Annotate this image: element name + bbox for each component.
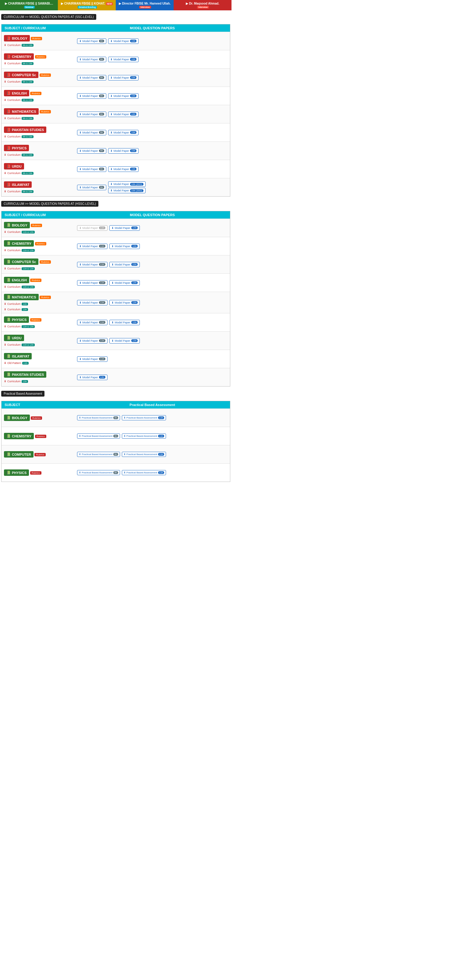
curriculum-link-physics-hssc[interactable]: ⬇ Curriculum 11th & 12th — [4, 325, 35, 328]
curriculum-link-chemistry-hssc[interactable]: ⬇ Curriculum 11th & 12th — [4, 249, 35, 252]
curriculum-link-computer-hssc[interactable]: ⬇ Curriculum 11th & 12th — [4, 267, 35, 270]
rubrics-badge-math-hssc[interactable]: Rubrics — [40, 296, 51, 299]
rubrics-badge-biology-hssc[interactable]: Rubrics — [31, 224, 42, 227]
paper-btn-9th[interactable]: ⬇ Model Paper 9th — [77, 130, 106, 135]
subject-button-pakstudies-hssc[interactable]: 📗 PAKISTAN STUDIES — [4, 371, 46, 378]
paper-btn-10th[interactable]: ⬇ Model Paper 10th — [108, 93, 139, 99]
curriculum-link-pakstudies-hssc[interactable]: ⬇ Curriculum 12th — [4, 380, 28, 383]
curriculum-link-math[interactable]: ⬇ Curriculum 9th & 10th — [4, 117, 33, 120]
subject-button-biology-hssc[interactable]: 📗 BIOLOGY — [4, 222, 30, 228]
subject-button-computer-pba[interactable]: 📗 COMPUTER — [4, 451, 33, 458]
paper-btn-10th-2002[interactable]: ⬇ Model Paper 10th (2002) — [108, 188, 145, 193]
pba-btn-9th[interactable]: ⬇ Practical Based Assessment 9th — [77, 415, 120, 420]
subject-button-chemistry[interactable]: 📕 CHEMISTRY — [4, 53, 34, 60]
curriculum-link-physics[interactable]: ⬇ Curriculum 9th & 10th — [4, 153, 33, 156]
subject-button-pakstudies[interactable]: 📕 PAKISTAN STUDIES — [4, 127, 46, 133]
paper-btn-12th[interactable]: ⬇ Model Paper 12th — [77, 375, 108, 380]
paper-btn-12th[interactable]: ⬇ Model Paper 12th — [109, 280, 140, 286]
paper-btn-12th[interactable]: ⬇ Model Paper 12th — [109, 225, 140, 231]
subject-button-computer-hssc[interactable]: 📗 COMPUTER Sc — [4, 258, 38, 265]
subject-button-chemistry-hssc[interactable]: 📗 CHEMISTRY — [4, 240, 34, 247]
subject-button-math[interactable]: 📕 MATHEMATICS — [4, 108, 39, 115]
paper-btn-9th[interactable]: ⬇ Model Paper 9th — [77, 111, 106, 117]
paper-btn-12th[interactable]: ⬇ Model Paper 12th — [109, 338, 140, 344]
rubrics-badge-computer-pba[interactable]: Rubrics — [35, 453, 46, 456]
paper-btn-12th[interactable]: ⬇ Model Paper 12th — [109, 262, 140, 267]
paper-btn-11th[interactable]: ⬇ Model Paper 11th — [77, 243, 108, 249]
subject-button-physics-hssc[interactable]: 📗 PHYSICS — [4, 317, 29, 323]
paper-btn-10th[interactable]: ⬇ Model Paper 10th — [108, 75, 139, 81]
paper-btn-9th[interactable]: ⬇ Model Paper 9th — [77, 93, 106, 99]
paper-btn-9th[interactable]: ⬇ Model Paper 9th — [77, 75, 106, 81]
subject-button-urdu-hssc[interactable]: 📗 URDU — [4, 335, 24, 341]
subject-button-english-hssc[interactable]: 📗 ENGLISH — [4, 277, 29, 283]
curriculum-link-urdu-hssc[interactable]: ⬇ Curriculum 11th & 12th — [4, 343, 35, 346]
paper-btn-9th[interactable]: ⬇ Model Paper 9th — [77, 38, 106, 44]
paper-btn-11th[interactable]: ⬇ Model Paper 11th — [77, 262, 108, 267]
curriculum-link-math-12th[interactable]: ⬇ Curriculum 12th — [4, 308, 28, 311]
paper-btn-10th[interactable]: ⬇ Model Paper 10th — [108, 111, 139, 117]
paper-btn-9th[interactable]: ⬇ Model Paper 9th — [77, 57, 106, 62]
subject-button-physics-pba[interactable]: 📗 PHYSICS — [4, 469, 29, 476]
rubrics-badge-chemistry-hssc[interactable]: Rubrics — [35, 242, 46, 245]
paper-btn-12th[interactable]: ⬇ Model Paper 12th — [109, 320, 140, 325]
paper-btn-11th[interactable]: ⬇ Model Paper 11th — [77, 320, 108, 325]
rubrics-badge-computer-hssc[interactable]: Rubrics — [40, 260, 51, 264]
curriculum-link-pakstudies[interactable]: ⬇ Curriculum 9th & 10th — [4, 135, 33, 138]
rubrics-badge-english-hssc[interactable]: Rubrics — [30, 278, 41, 282]
curriculum-link-english-hssc[interactable]: ⬇ Curriculum 11th & 12th — [4, 285, 35, 288]
subject-button-islamiyat-hssc[interactable]: 📗 ISLAMIYAT — [4, 353, 32, 360]
curriculum-link-english[interactable]: ⬇ Curriculum 9th & 10th — [4, 99, 33, 102]
rubrics-badge-math[interactable]: Rubrics — [40, 110, 51, 113]
subject-button-computer[interactable]: 📕 COMPUTER Sc — [4, 72, 38, 78]
pba-btn-9th[interactable]: ⬇ Practical Based Assessment 9th — [77, 433, 120, 439]
rubrics-badge-chemistry[interactable]: Rubrics — [35, 55, 46, 59]
paper-btn-9th[interactable]: ⬇ Model Paper 9th — [77, 148, 106, 154]
banner-maqsood[interactable]: ▶ Dr. Maqsood Ahmad. Interview — [174, 0, 232, 10]
subject-button-english[interactable]: 📕 ENGLISH — [4, 90, 29, 96]
pba-btn-11th[interactable]: ⬇ Practical Based Assessment 11th — [122, 452, 166, 457]
subject-button-biology[interactable]: 📕 BIOLOGY — [4, 35, 30, 41]
banner-kohat[interactable]: ▶ CHAIRMAN FBISE || KOHAT. NEW Detailed … — [58, 0, 116, 10]
pba-btn-11th[interactable]: ⬇ Practical Based Assessment 11th — [122, 470, 166, 475]
rubrics-badge-computer[interactable]: Rubrics — [40, 73, 51, 77]
paper-btn-11th[interactable]: ⬇ Model Paper 11th — [77, 280, 108, 286]
rubrics-badge-physics-hssc[interactable]: Rubrics — [30, 318, 41, 321]
paper-btn-10th[interactable]: ⬇ Model Paper 10th — [108, 38, 139, 44]
paper-btn-10th[interactable]: ⬇ Model Paper 10th — [108, 57, 139, 62]
pba-btn-11th[interactable]: ⬇ Practical Based Assessment 11th — [122, 415, 166, 420]
subject-button-islamiyat[interactable]: 📕 ISLAMIYAT — [4, 181, 32, 188]
subject-button-urdu[interactable]: 📕 URDU — [4, 163, 24, 169]
subject-button-math-hssc[interactable]: 📗 MATHEMATICS — [4, 294, 39, 300]
rubrics-badge-physics-pba[interactable]: Rubrics — [30, 471, 41, 475]
paper-btn-12th[interactable]: ⬇ Model Paper 12th — [109, 243, 140, 249]
curriculum-link-biology[interactable]: ⬇ Curriculum 9th & 10th — [4, 44, 33, 47]
paper-btn-11th[interactable]: ⬇ Model Paper 11th — [77, 338, 108, 344]
paper-btn-10th[interactable]: ⬇ Model Paper 10th — [108, 166, 139, 172]
curriculum-link-islamiyat[interactable]: ⬇ Curriculum 9th & 10th — [4, 190, 33, 193]
paper-btn-10th-2022[interactable]: ⬇ Model Paper 10th (2022) — [108, 181, 145, 187]
curriculum-link-computer[interactable]: ⬇ Curriculum 9th & 10th — [4, 80, 33, 83]
paper-btn-10th[interactable]: ⬇ Model Paper 10th — [108, 130, 139, 135]
pba-btn-9th[interactable]: ⬇ Practical Based Assessment 9th — [77, 470, 120, 475]
curriculum-link-biology-hssc[interactable]: ⬇ Curriculum 11th & 12th — [4, 231, 35, 234]
subject-button-physics[interactable]: 📕 PHYSICS — [4, 145, 29, 151]
paper-btn-10th[interactable]: ⬇ Model Paper 10th — [108, 148, 139, 154]
paper-btn-11th[interactable]: ⬇ Model Paper 11th — [77, 300, 108, 305]
paper-btn-12th[interactable]: ⬇ Model Paper 12th — [109, 300, 140, 305]
curriculum-link-islamiyat-old[interactable]: ⬇ Old Pattern 11th — [4, 361, 29, 364]
subject-button-biology-pba[interactable]: 📗 BIOLOGY — [4, 415, 30, 421]
rubrics-badge-biology[interactable]: Rubrics — [31, 37, 42, 40]
banner-director[interactable]: ▶ Director FBISE Mr. Hameed Ullah. Inter… — [116, 0, 174, 10]
rubrics-badge-english[interactable]: Rubrics — [30, 92, 41, 95]
pba-btn-11th[interactable]: ⬇ Practical Based Assessment 11th — [122, 433, 166, 439]
curriculum-link-urdu[interactable]: ⬇ Curriculum 9th & 10th — [4, 172, 33, 175]
subject-button-chemistry-pba[interactable]: 📗 CHEMISTRY — [4, 433, 34, 439]
paper-btn-11th[interactable]: ⬇ Model Paper 11th — [77, 356, 108, 362]
rubrics-badge-chemistry-pba[interactable]: Rubrics — [35, 435, 46, 438]
paper-btn-9th[interactable]: ⬇ Model Paper 9th — [77, 185, 106, 190]
curriculum-link-chemistry[interactable]: ⬇ Curriculum 9th & 10th — [4, 62, 33, 65]
curriculum-link-math-11th[interactable]: ⬇ Curriculum 11th — [4, 302, 28, 305]
banner-sawabi[interactable]: ▶ CHAIRMAN FBISE || SAWABI.... Seminar — [0, 0, 58, 10]
paper-btn-9th[interactable]: ⬇ Model Paper 9th — [77, 166, 106, 172]
